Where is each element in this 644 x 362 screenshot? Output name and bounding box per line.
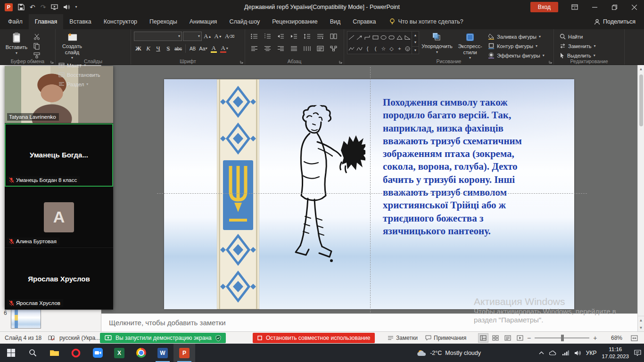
shape-bracket-icon[interactable]: ( [372, 43, 380, 54]
slide[interactable]: Походження символу також породило багато… [164, 79, 574, 309]
share-button[interactable]: Поделиться [594, 14, 636, 29]
normal-view-button[interactable] [478, 333, 488, 343]
hidden-icons-chevron-icon[interactable] [539, 351, 544, 354]
decrease-font-button[interactable]: А▼ [213, 32, 223, 41]
align-left-button[interactable] [248, 44, 260, 53]
shape-rounded-rect-icon[interactable] [388, 32, 396, 43]
powerpoint-taskbar-button[interactable]: P [173, 344, 195, 362]
reading-view-button[interactable] [503, 333, 513, 343]
customize-qat-chevron-icon[interactable]: ▾ [75, 5, 77, 9]
scrollbar-thumb[interactable] [639, 74, 643, 126]
smartart-convert-button[interactable] [327, 44, 339, 53]
font-color-button[interactable]: А▾ [219, 44, 229, 53]
shape-plus-icon[interactable]: + [396, 43, 404, 54]
decrease-indent-button[interactable] [274, 32, 287, 41]
shape-curve-icon[interactable] [355, 43, 363, 54]
columns-button[interactable] [327, 32, 339, 41]
notes-placeholder[interactable]: Щелкните, чтобы добавить заметки [109, 319, 226, 327]
tab-insert[interactable]: Вставка [63, 14, 97, 29]
taskbar-clock[interactable]: 11:16 17.02.2023 [602, 346, 629, 360]
tab-view[interactable]: Вид [324, 14, 347, 29]
tab-transitions[interactable]: Переходы [143, 14, 183, 29]
fit-slide-button[interactable] [631, 332, 638, 344]
zoom-out-button[interactable]: − [527, 334, 531, 342]
tab-help[interactable]: Справка [347, 14, 382, 29]
tell-me-search[interactable]: Что вы хотите сделать? [389, 14, 463, 29]
add-columns-button[interactable] [301, 44, 313, 53]
copy-button[interactable] [33, 42, 46, 50]
dialog-launcher-icon[interactable] [549, 60, 552, 64]
shape-triangle-icon[interactable] [396, 32, 404, 43]
gallery-up-icon[interactable]: ▲ [412, 32, 419, 39]
tab-design[interactable]: Конструктор [98, 14, 143, 29]
slide-body-text[interactable]: Походження символу також породило багато… [383, 96, 523, 238]
tab-slideshow[interactable]: Слайд-шоу [223, 14, 266, 29]
increase-indent-button[interactable] [288, 32, 300, 41]
participant-tile-active-speaker[interactable]: Уманець Богда... Уманець Богдан 8 класс [5, 123, 113, 187]
dialog-launcher-icon[interactable] [339, 60, 342, 64]
vertical-scrollbar[interactable]: ▲ ▲ ▼ [637, 65, 644, 331]
undo-button[interactable]: ↶ [30, 4, 35, 10]
shape-right-triangle-icon[interactable] [404, 32, 412, 43]
bold-button[interactable]: Ж [134, 44, 143, 53]
shape-diamond-icon[interactable]: ◇ [388, 43, 396, 54]
shape-oval-icon[interactable] [380, 32, 388, 43]
notes-pane[interactable]: Щелкните, чтобы добавить заметки [101, 313, 637, 331]
participant-tile[interactable]: A Алина Буртовая [5, 187, 113, 248]
start-button[interactable] [0, 344, 22, 362]
restore-button[interactable] [604, 0, 624, 14]
zoom-slider[interactable] [535, 337, 589, 338]
thumbnail-item[interactable]: 6 [4, 309, 41, 329]
language-indicator[interactable]: русский (Укра... [59, 332, 100, 344]
shape-fill-button[interactable]: Заливка фигуры ▾ [488, 33, 545, 41]
new-slide-button[interactable]: Создать слайд ▾ [58, 31, 86, 60]
line-spacing-button[interactable] [301, 32, 313, 41]
shape-polyline-icon[interactable] [347, 43, 355, 54]
text-direction-button[interactable] [314, 32, 326, 41]
increase-font-button[interactable]: А▲ [203, 32, 212, 41]
comments-toggle-button[interactable]: Примечания [425, 332, 466, 344]
next-slide-button[interactable]: ▼ [639, 324, 643, 331]
ribbon-display-options-button[interactable] [565, 0, 585, 14]
tab-file[interactable]: Файл [2, 14, 29, 29]
shape-rectangle-icon[interactable] [372, 32, 380, 43]
align-text-button[interactable] [314, 44, 326, 53]
file-explorer-button[interactable] [43, 344, 65, 362]
slide-sorter-view-button[interactable] [490, 333, 501, 343]
input-language-indicator[interactable]: УКР [586, 350, 597, 356]
italic-button[interactable]: К [144, 44, 153, 53]
zoom-slider-thumb[interactable] [561, 335, 564, 341]
slideshow-view-button[interactable] [515, 333, 525, 343]
slide-counter[interactable]: Слайд 4 из 18 [5, 332, 41, 344]
taskbar-search-button[interactable] [22, 344, 43, 362]
shapes-gallery[interactable]: { ( ☆ ◇ + ▲ ▼ ▼ [347, 31, 419, 54]
shape-outline-button[interactable]: Контур фигуры ▾ [488, 42, 545, 50]
align-right-button[interactable] [274, 44, 287, 53]
network-icon[interactable] [562, 350, 569, 356]
change-case-button[interactable]: Аа▾ [198, 44, 208, 53]
bullets-button[interactable] [248, 32, 260, 41]
quick-styles-button[interactable]: Экспресс-стили ▾ [455, 31, 485, 60]
minimize-button[interactable] [585, 0, 604, 14]
volume-icon[interactable] [574, 350, 581, 356]
cut-button[interactable] [33, 33, 46, 41]
participant-tile[interactable]: Ярослав Хруслов Ярослав Хруслов [5, 248, 113, 310]
stop-share-button[interactable]: Остановить совместное использование [253, 333, 375, 343]
character-spacing-button[interactable]: АВ [188, 44, 197, 53]
speaker-icon[interactable] [63, 4, 70, 10]
notes-toggle-button[interactable]: Заметки [388, 332, 418, 344]
shape-smiley-icon[interactable] [404, 43, 412, 54]
arrange-button[interactable]: Упорядочить ▾ [422, 31, 452, 54]
strikethrough-button[interactable]: abc [173, 44, 183, 53]
underline-button[interactable]: Ч [154, 44, 163, 53]
dialog-launcher-icon[interactable] [50, 60, 54, 64]
figure-drawing-image[interactable] [271, 105, 365, 268]
previous-slide-button[interactable]: ▲ [639, 316, 643, 324]
gallery-down-icon[interactable]: ▼ [412, 39, 419, 46]
shape-arrow-icon[interactable] [355, 32, 363, 43]
font-name-select[interactable]: ▾ [134, 32, 182, 41]
tab-animations[interactable]: Анимация [183, 14, 223, 29]
sign-in-button[interactable]: Вход [530, 2, 558, 12]
replace-button[interactable]: Заменить ▾ [560, 42, 618, 50]
text-shadow-button[interactable]: S [164, 44, 173, 53]
